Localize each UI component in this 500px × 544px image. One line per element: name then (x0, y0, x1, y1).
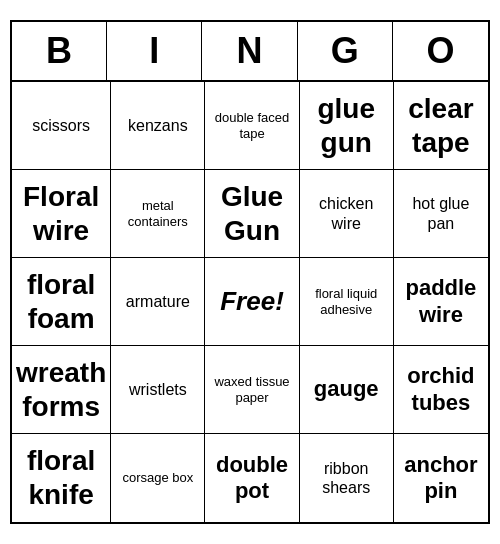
cell-text: paddle wire (398, 275, 484, 328)
cell-text: clear tape (398, 92, 484, 159)
cell-text: kenzans (128, 116, 188, 135)
cell-text: metal containers (115, 198, 200, 229)
bingo-cell[interactable]: hot glue pan (394, 170, 488, 258)
bingo-cell[interactable]: floral knife (12, 434, 111, 522)
bingo-cell[interactable]: double faced tape (205, 82, 299, 170)
bingo-cell[interactable]: metal containers (111, 170, 205, 258)
cell-text: hot glue pan (398, 194, 484, 232)
cell-text: double pot (209, 452, 294, 505)
header-letter: G (298, 22, 393, 80)
bingo-cell[interactable]: kenzans (111, 82, 205, 170)
bingo-cell[interactable]: chicken wire (300, 170, 394, 258)
cell-text: chicken wire (304, 194, 389, 232)
cell-text: anchor pin (398, 452, 484, 505)
cell-text: Floral wire (16, 180, 106, 247)
cell-text: double faced tape (209, 110, 294, 141)
cell-text: Glue Gun (209, 180, 294, 247)
bingo-cell[interactable]: ribbon shears (300, 434, 394, 522)
cell-text: floral liquid adhesive (304, 286, 389, 317)
bingo-cell[interactable]: double pot (205, 434, 299, 522)
bingo-cell[interactable]: waxed tissue paper (205, 346, 299, 434)
cell-text: waxed tissue paper (209, 374, 294, 405)
bingo-cell[interactable]: wristlets (111, 346, 205, 434)
bingo-header: BINGO (12, 22, 488, 82)
bingo-cell[interactable]: paddle wire (394, 258, 488, 346)
cell-text: floral foam (16, 268, 106, 335)
bingo-cell[interactable]: gauge (300, 346, 394, 434)
bingo-cell[interactable]: armature (111, 258, 205, 346)
bingo-cell[interactable]: Free! (205, 258, 299, 346)
bingo-cell[interactable]: orchid tubes (394, 346, 488, 434)
bingo-cell[interactable]: glue gun (300, 82, 394, 170)
cell-text: floral knife (16, 444, 106, 511)
bingo-cell[interactable]: Glue Gun (205, 170, 299, 258)
header-letter: B (12, 22, 107, 80)
cell-text: wristlets (129, 380, 187, 399)
header-letter: I (107, 22, 202, 80)
header-letter: O (393, 22, 488, 80)
bingo-cell[interactable]: clear tape (394, 82, 488, 170)
cell-text: glue gun (304, 92, 389, 159)
bingo-cell[interactable]: wreath forms (12, 346, 111, 434)
cell-text: corsage box (122, 470, 193, 486)
bingo-cell[interactable]: Floral wire (12, 170, 111, 258)
cell-text: ribbon shears (304, 459, 389, 497)
bingo-cell[interactable]: scissors (12, 82, 111, 170)
header-letter: N (202, 22, 297, 80)
bingo-cell[interactable]: anchor pin (394, 434, 488, 522)
cell-text: Free! (220, 286, 284, 317)
bingo-grid: scissorskenzansdouble faced tapeglue gun… (12, 82, 488, 522)
cell-text: wreath forms (16, 356, 106, 423)
cell-text: scissors (32, 116, 90, 135)
bingo-cell[interactable]: corsage box (111, 434, 205, 522)
cell-text: orchid tubes (398, 363, 484, 416)
cell-text: armature (126, 292, 190, 311)
cell-text: gauge (314, 376, 379, 402)
bingo-cell[interactable]: floral liquid adhesive (300, 258, 394, 346)
bingo-card: BINGO scissorskenzansdouble faced tapegl… (10, 20, 490, 524)
bingo-cell[interactable]: floral foam (12, 258, 111, 346)
